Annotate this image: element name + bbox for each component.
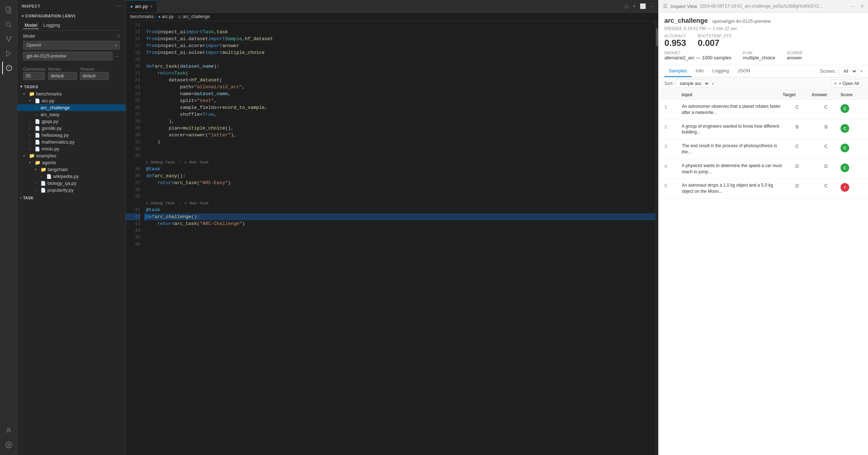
scorer-label: SCORER: [787, 51, 803, 55]
model-name-input[interactable]: [23, 52, 112, 60]
inspect-panel-close-button[interactable]: ×: [861, 3, 864, 9]
tree-item-arc-easy[interactable]: ○ arc_easy: [17, 111, 125, 118]
scrollbar-track[interactable]: [655, 21, 658, 455]
search-icon[interactable]: [2, 18, 15, 31]
hellaswag-chevron-icon: ›: [29, 133, 33, 137]
info-icon[interactable]: [2, 61, 15, 75]
retries-input[interactable]: [48, 72, 77, 80]
code-content[interactable]: from inspect_ai import Task, task from i…: [143, 21, 655, 455]
plan-meta: PLAN multiple_choice: [743, 51, 775, 60]
tasks-header[interactable]: ▾ TASKS: [17, 83, 125, 90]
line-indicator: [145, 213, 146, 220]
arc-challenge-run-button[interactable]: ▶: [118, 105, 123, 110]
model-provider-select[interactable]: OpenAI: [23, 41, 120, 50]
tree-item-mathematics[interactable]: › 📄 mathematics.py: [17, 139, 125, 145]
tree-item-benchmarks[interactable]: ▾ 📁 benchmarks: [17, 90, 125, 97]
editor-area: ● arc.py × ▷ ▾ ⬜ ··· benchmarks › ● arc.…: [126, 0, 658, 455]
model-help-icon[interactable]: ?: [118, 34, 120, 38]
files-icon[interactable]: [2, 4, 15, 17]
source-control-icon[interactable]: [2, 33, 15, 46]
code-line-39: [146, 193, 655, 200]
tree-item-agents[interactable]: ▾ 📁 agents: [17, 159, 125, 166]
table-row[interactable]: 1 An astronomer observes that a planet r…: [659, 100, 868, 120]
user-icon[interactable]: [2, 424, 15, 437]
run-debug-button[interactable]: ▷: [624, 3, 630, 10]
tree-item-mmlu[interactable]: › 📄 mmlu.py: [17, 145, 125, 152]
langchain-chevron-icon: ▾: [35, 167, 39, 171]
run-task-2-button[interactable]: ▷ Run Task: [185, 201, 209, 205]
tab-samples[interactable]: Samples: [664, 65, 692, 77]
code-line-41: @task: [146, 207, 655, 213]
arc-challenge-debug-button[interactable]: ⚙: [111, 105, 117, 110]
sort-select[interactable]: sample asc: [676, 80, 710, 88]
settings-icon[interactable]: [2, 438, 15, 451]
task-footer-item[interactable]: › TASK: [20, 195, 123, 201]
run-task-1-button[interactable]: ▷ Run Task: [185, 160, 209, 165]
biology-qa-chevron-icon: ›: [35, 181, 39, 185]
code-line-29: plan=multiple_choice(),: [146, 125, 655, 132]
breadcrumb-arc-py[interactable]: ● arc.py: [158, 14, 174, 19]
connections-label: Connections: [23, 67, 45, 71]
scrollbar-thumb[interactable]: [656, 28, 658, 46]
timeout-label: Timeout: [80, 67, 109, 71]
breadcrumb-benchmarks[interactable]: benchmarks: [130, 14, 154, 19]
tab-logging[interactable]: Logging: [708, 65, 733, 77]
code-line-21: return Task(: [146, 70, 655, 77]
hamburger-icon[interactable]: ☰: [663, 3, 668, 9]
eval-time: 5/9/2024, 5:19:51 PM — 1 min 22 sec: [664, 26, 862, 31]
breadcrumb-arc-challenge[interactable]: ◎ arc_challenge: [178, 14, 210, 19]
connections-input[interactable]: [23, 72, 45, 80]
row-num-4: 4: [664, 163, 682, 169]
popularity-chevron-icon: ›: [35, 188, 39, 192]
row-input-5: An astronaut drops a 1.0 kg object and a…: [682, 182, 783, 195]
scores-select[interactable]: All: [839, 67, 858, 76]
table-row[interactable]: 4 A physicist wants to determine the spe…: [659, 159, 868, 179]
row-target-4: D: [783, 163, 812, 169]
code-line-45: [146, 234, 655, 241]
tree-item-hellaswag[interactable]: › 📄 hellaswag.py: [17, 132, 125, 139]
editor-tab-close-button[interactable]: ×: [150, 4, 153, 9]
row-target-3: C: [783, 143, 812, 149]
accuracy-stat: accuracy 0.953: [664, 34, 686, 48]
tree-item-wikipedia[interactable]: › 📄 wikipedia.py: [17, 173, 125, 180]
tree-item-popularity[interactable]: › 📄 popularity.py: [17, 187, 125, 194]
run-button[interactable]: ▾: [633, 3, 636, 9]
tree-item-langchain[interactable]: ▾ 📁 langchain: [17, 166, 125, 173]
timeout-input[interactable]: [80, 72, 109, 80]
code-editor: 14 15 16 17 18 19 20 21 22 23 24 25 26 2…: [126, 21, 658, 455]
tab-model[interactable]: Model: [23, 22, 39, 29]
examples-label: examples: [36, 153, 56, 158]
samples-table: Input Target Answer Score 1 An astronome…: [659, 90, 868, 455]
split-editor-button[interactable]: ⬜: [639, 3, 647, 10]
editor-tab-arc-py[interactable]: ● arc.py ×: [126, 0, 157, 12]
tree-item-arc-py[interactable]: ▾ 📄 arc.py: [17, 97, 125, 104]
tree-item-arc-challenge[interactable]: ○ arc_challenge ⚙ ▶: [17, 104, 125, 111]
table-row[interactable]: 3 The end result in the process of photo…: [659, 139, 868, 159]
sidebar: INSPECT ··· ▾ CONFIGURATION (.ENV) Model…: [17, 0, 126, 455]
tab-info[interactable]: Info: [692, 65, 708, 77]
config-section-header[interactable]: ▾ CONFIGURATION (.ENV): [20, 12, 123, 20]
tree-item-examples[interactable]: ▾ 📁 examples: [17, 152, 125, 159]
tree-item-gsm8k[interactable]: › 📄 gsm8k.py: [17, 125, 125, 132]
run-icon[interactable]: [2, 47, 15, 60]
arc-easy-chevron-icon: ○: [35, 112, 39, 116]
debug-task-2-button[interactable]: ▷ Debug Task: [146, 201, 175, 205]
svg-point-8: [8, 444, 9, 446]
table-row[interactable]: 2 A group of engineers wanted to know ho…: [659, 120, 868, 140]
bootstrap-value: 0.007: [698, 38, 732, 48]
tab-json[interactable]: JSON: [733, 65, 755, 77]
inspect-panel-more-button[interactable]: ···: [851, 3, 855, 9]
debug-task-1-button[interactable]: ▷ Debug Task: [146, 160, 175, 165]
accuracy-value: 0.953: [664, 38, 686, 48]
tree-item-gpqa[interactable]: › 📄 gpqa.py: [17, 118, 125, 125]
sidebar-more-button[interactable]: ···: [116, 3, 121, 9]
editor-more-button[interactable]: ···: [650, 3, 655, 10]
model-provider-wrapper: OpenAI ▾: [23, 41, 120, 50]
model-more-button[interactable]: ···: [114, 52, 120, 60]
tab-logging[interactable]: Logging: [42, 22, 61, 29]
open-all-button[interactable]: + + Open All: [831, 80, 862, 88]
table-row[interactable]: 5 An astronaut drops a 1.0 kg object and…: [659, 179, 868, 199]
tree-item-biology-qa[interactable]: › 📄 biology_qa.py: [17, 180, 125, 187]
tasks-section: ▾ TASKS ▾ 📁 benchmarks ▾ 📄 arc.py ○ arc_…: [17, 81, 125, 455]
wikipedia-file-icon: 📄: [46, 174, 52, 179]
